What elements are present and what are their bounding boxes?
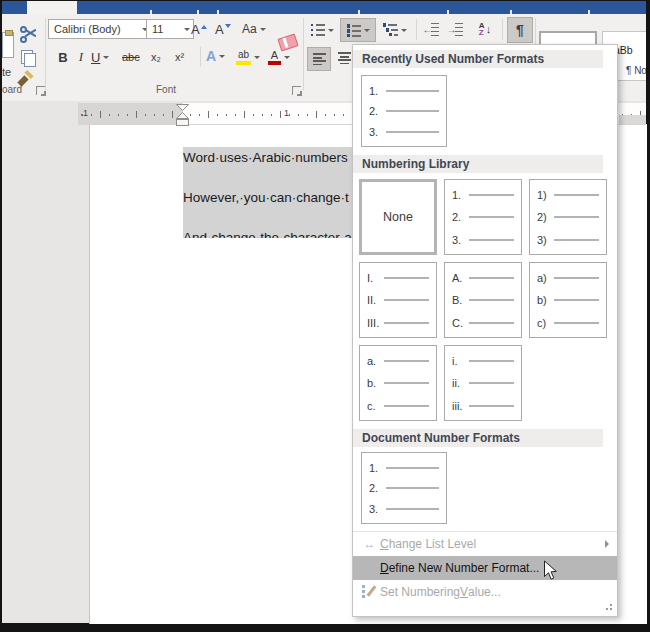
align-left-icon: [313, 53, 326, 65]
show-formatting-marks-button[interactable]: ¶: [507, 17, 533, 43]
button-separator: [416, 19, 417, 40]
font-color-button[interactable]: A: [268, 45, 290, 69]
document-line: And·change·the·character·a: [183, 227, 352, 238]
section-header-document: Document Number Formats: [353, 429, 603, 447]
font-name-combobox[interactable]: Calibri (Body): [48, 19, 152, 39]
copy-icon[interactable]: [21, 50, 33, 64]
paste-button-icon[interactable]: [2, 32, 14, 58]
number-format-tile-alpha-lower[interactable]: a. b. c.: [359, 345, 437, 421]
italic-button[interactable]: I: [74, 47, 88, 67]
chevron-down-icon[interactable]: [219, 55, 225, 61]
chevron-down-icon[interactable]: [254, 56, 260, 62]
number-format-tile-none[interactable]: None: [359, 179, 437, 255]
number-format-tile-1)2)3)[interactable]: 1) 2) 3): [529, 179, 607, 255]
numbering-icon: [347, 24, 361, 37]
tile-line: [386, 110, 439, 112]
number-format-tile-document-123[interactable]: 1. 2. 3.: [361, 452, 447, 524]
chevron-down-icon[interactable]: [401, 29, 407, 35]
chevron-down-icon[interactable]: [103, 56, 109, 62]
selected-text-block[interactable]: Word·uses·Arabic·numbers However,·you·ca…: [183, 147, 352, 238]
set-numbering-value-icon: [362, 585, 377, 599]
number-format-tile-1.2.3.[interactable]: 1. 2. 3.: [444, 179, 522, 255]
text-effects-button[interactable]: A: [206, 45, 225, 67]
tile-line: [384, 299, 429, 301]
strikethrough-button[interactable]: abc: [122, 47, 140, 67]
font-size-combobox[interactable]: 11: [146, 19, 194, 39]
indent-marker[interactable]: [175, 103, 190, 128]
tile-line: [554, 322, 599, 324]
menu-item-define-new-number-format[interactable]: Define New Number Format...: [353, 556, 617, 580]
tile-line: [469, 360, 514, 362]
number-format-tile-alpha-upper[interactable]: A. B. C.: [444, 262, 522, 338]
menu-items: ↔ Change List Level Define New Number Fo…: [353, 531, 617, 604]
tile-line: [386, 508, 439, 510]
bold-button[interactable]: B: [55, 47, 71, 67]
chevron-down-icon[interactable]: [284, 56, 290, 62]
number-format-tile-roman-upper[interactable]: I. II. III.: [359, 262, 437, 338]
shrink-font-button[interactable]: A: [215, 19, 231, 39]
tile-line: [554, 216, 599, 218]
resize-grip[interactable]: [603, 603, 613, 613]
numbering-dropdown-panel: Recently Used Number Formats 1. 2. 3. Nu…: [352, 44, 618, 617]
button-separator: [200, 47, 201, 67]
menu-item-set-numbering-value: Set Numbering Value...: [353, 580, 617, 604]
cut-icon[interactable]: [20, 25, 40, 43]
number-format-tile-roman-lower[interactable]: i. ii. iii.: [444, 345, 522, 421]
ruler-number: 1: [284, 108, 289, 118]
font-dialog-launcher-icon[interactable]: [292, 86, 301, 95]
tile-line: [469, 405, 514, 407]
tile-line: [384, 382, 429, 384]
chevron-down-icon: [260, 28, 266, 34]
tile-line: [469, 299, 514, 301]
tab-home[interactable]: [27, 1, 77, 14]
numbering-button[interactable]: [340, 18, 376, 42]
chevron-down-icon[interactable]: [364, 29, 370, 35]
number-format-tile-alpha-paren[interactable]: a) b) c): [529, 262, 607, 338]
align-center-icon: [338, 52, 351, 64]
superscript-button[interactable]: x²: [175, 47, 184, 67]
subscript-button[interactable]: x₂: [151, 47, 161, 67]
highlight-color-button[interactable]: ab: [236, 45, 260, 69]
tile-line: [386, 131, 439, 133]
tile-line: [386, 467, 439, 469]
align-left-button[interactable]: [307, 47, 331, 71]
change-case-button[interactable]: Aa: [242, 19, 266, 39]
number-format-tile-recent-123[interactable]: 1. 2. 3.: [361, 75, 447, 147]
shrink-font-arrow-icon: [225, 24, 231, 31]
change-list-level-icon: ↔: [364, 537, 376, 551]
pilcrow-icon: ¶: [516, 22, 524, 38]
ruler-number: 1: [83, 108, 88, 118]
menu-item-change-list-level: ↔ Change List Level: [353, 532, 617, 556]
mouse-cursor: [543, 560, 558, 582]
grow-font-arrow-icon: [201, 22, 207, 29]
increase-indent-icon: →: [449, 23, 463, 36]
chevron-down-icon[interactable]: [328, 29, 334, 35]
clipboard-dialog-launcher-icon[interactable]: [36, 86, 45, 95]
decrease-indent-button[interactable]: ←: [421, 19, 442, 40]
group-separator: [45, 18, 46, 90]
font-group-label: Font: [142, 84, 190, 95]
font-name-value: Calibri (Body): [54, 23, 121, 35]
chevron-down-icon[interactable]: [184, 28, 190, 34]
highlight-color-swatch: [236, 61, 251, 65]
grow-font-button[interactable]: A: [191, 19, 207, 39]
multilevel-list-icon: [383, 23, 398, 36]
tile-line: [386, 90, 439, 92]
tile-line: [469, 194, 514, 196]
title-bar: [2, 1, 646, 14]
font-size-value: 11: [152, 23, 163, 35]
section-header-library: Numbering Library: [353, 155, 603, 173]
clipboard-group-label: oard: [2, 84, 22, 95]
sort-button[interactable]: A Z ↓: [472, 18, 498, 40]
bullets-button[interactable]: [307, 19, 337, 40]
tile-line: [469, 239, 514, 241]
tile-line: [469, 382, 514, 384]
increase-indent-button[interactable]: →: [445, 19, 466, 40]
paste-button-label[interactable]: te: [2, 66, 11, 78]
multilevel-list-button[interactable]: [378, 19, 412, 40]
tile-line: [384, 405, 429, 407]
tile-line: [469, 322, 514, 324]
button-separator: [502, 19, 503, 40]
tile-line: [384, 322, 429, 324]
underline-button[interactable]: U: [91, 47, 109, 67]
